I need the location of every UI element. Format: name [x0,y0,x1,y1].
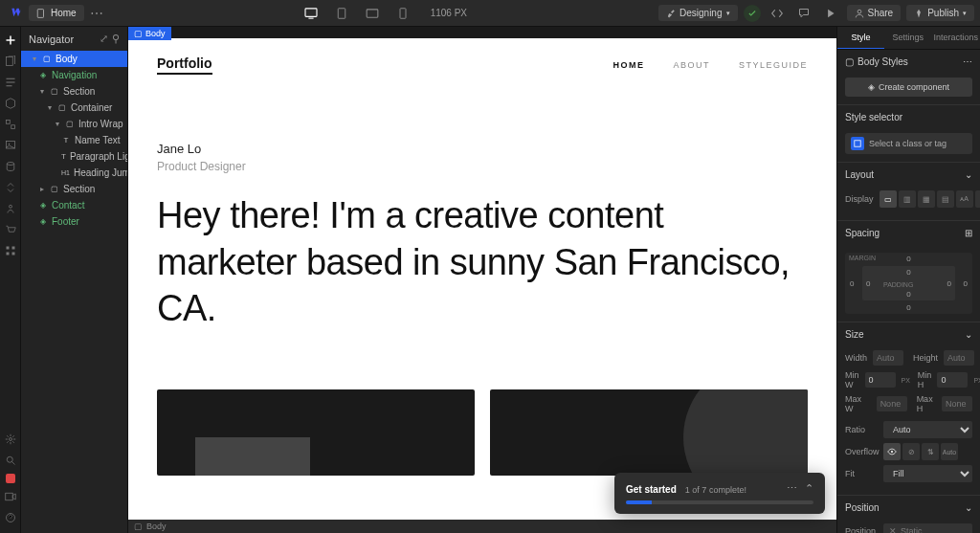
svg-point-23 [891,451,893,453]
tree-contact[interactable]: ◈Contact [21,197,127,213]
tree-heading-jumbo[interactable]: H1Heading Jumbo [21,165,127,181]
chevron-down-icon[interactable]: ⌄ [965,329,972,340]
help-tool[interactable] [3,510,18,525]
apps-tool[interactable] [3,243,18,258]
svg-point-13 [9,205,11,208]
popup-collapse[interactable]: ⌃ [805,482,813,495]
display-block[interactable]: ▭ [880,190,897,208]
nav-tool[interactable] [3,75,18,90]
overflow-auto[interactable]: Auto [941,443,958,460]
tab-settings[interactable]: Settings [884,27,931,49]
share-button[interactable]: Share [847,5,902,21]
audit-tool[interactable] [6,474,15,483]
ratio-select[interactable]: Auto [883,421,972,438]
ecommerce-tool[interactable] [3,222,18,237]
chevron-down-icon[interactable]: ⌄ [965,169,972,180]
video-tool[interactable] [3,489,18,504]
nav-about[interactable]: ABOUT [673,60,710,70]
collapse-icon[interactable]: ⤢ [100,33,108,45]
tree-navigation[interactable]: ◈Navigation [21,67,127,83]
maxh-input[interactable] [942,396,972,411]
spacing-editor[interactable]: MARGIN 0 0 0 0 PADDING 0 0 0 0 [845,253,972,314]
svg-rect-15 [11,247,14,250]
hero-heading[interactable]: Hey there! I'm a creative content market… [157,192,808,332]
assets-tool[interactable] [3,138,18,153]
preview-icon[interactable] [820,3,841,24]
display-none[interactable]: ⊘ [975,190,980,208]
canvas[interactable]: ▢Body Portfolio HOME ABOUT STYLEGUIDE Ja… [128,27,836,533]
card-1[interactable] [157,389,475,476]
tree-section[interactable]: ▾▢Section [21,83,127,100]
designing-mode[interactable]: Designing ▾ [658,5,737,21]
tree-container[interactable]: ▾▢Container [21,100,127,116]
more-menu[interactable]: ⋯ [84,6,109,21]
tree-footer[interactable]: ◈Footer [21,213,127,230]
hero-role[interactable]: Product Designer [157,160,808,173]
canvas-width-label[interactable]: 1106 PX [431,8,467,18]
minw-input[interactable] [865,372,896,388]
site-brand[interactable]: Portfolio [157,56,212,75]
overflow-visible[interactable] [883,443,901,460]
tree-body[interactable]: ▾▢Body [21,51,127,67]
display-grid[interactable]: ▦ [918,190,935,208]
tab-style[interactable]: Style [837,27,884,49]
pages-tool[interactable] [3,54,18,69]
display-flex[interactable]: ▥ [899,190,916,208]
settings-tool[interactable] [3,432,18,447]
comment-icon[interactable] [793,3,814,24]
brush-icon [666,9,676,18]
site-nav: Portfolio HOME ABOUT STYLEGUIDE [128,38,836,84]
position-select[interactable]: ✕Static [883,523,972,533]
hero-name[interactable]: Jane Lo [157,142,808,156]
components-tool[interactable] [3,96,18,111]
create-component-button[interactable]: ◈Create component [845,78,972,97]
canvas-breadcrumb[interactable]: ▢Body [128,520,836,533]
device-landscape[interactable] [362,3,383,24]
webflow-logo[interactable] [6,5,23,22]
element-tag[interactable]: ▢Body [128,27,171,40]
minh-input[interactable] [937,372,968,388]
tree-section-2[interactable]: ▸▢Section [21,181,127,197]
popup-more[interactable]: ⋯ [787,482,797,495]
hero-section: Jane Lo Product Designer Hey there! I'm … [128,84,836,332]
tree-paragraph-light[interactable]: TParagraph Light [21,148,127,165]
fit-select[interactable]: Fill [883,465,972,482]
tab-interactions[interactable]: Interactions [931,27,980,49]
spacing-settings-icon[interactable]: ⊞ [965,228,972,238]
overflow-hidden[interactable]: ⊘ [902,443,920,460]
cms-tool[interactable] [3,159,18,174]
pin-icon[interactable]: ⚲ [112,33,120,45]
device-mobile[interactable] [392,3,413,24]
tree-intro-wrap[interactable]: ▾▢Intro Wrap [21,116,127,132]
display-inline[interactable]: ᴀA [956,190,973,208]
code-icon[interactable] [767,3,788,24]
users-tool[interactable] [3,180,18,195]
more-icon[interactable]: ⋯ [963,56,972,67]
class-selector[interactable]: Select a class or tag [845,133,972,154]
style-selector-label: Style selector [845,112,902,122]
check-icon[interactable] [744,5,761,22]
nav-styleguide[interactable]: STYLEGUIDE [739,60,808,70]
svg-rect-20 [5,493,12,500]
chevron-down-icon[interactable]: ⌄ [965,502,972,513]
popup-subtitle: 1 of 7 complete! [685,485,746,495]
display-label: Display [845,194,874,204]
variables-tool[interactable] [3,117,18,132]
page-selector[interactable]: Home [29,5,84,21]
add-tool[interactable] [3,33,18,48]
display-inline-block[interactable]: ▤ [937,190,954,208]
publish-button[interactable]: Publish ▾ [906,5,974,21]
card-2[interactable] [490,389,808,476]
width-input[interactable] [873,350,903,366]
person-tool[interactable] [3,201,18,216]
height-input[interactable] [944,350,974,366]
find-tool[interactable] [3,453,18,468]
nav-home[interactable]: HOME [612,60,644,70]
device-tablet[interactable] [331,3,352,24]
maxw-input[interactable] [877,396,907,411]
svg-rect-17 [11,253,14,255]
svg-rect-7 [6,57,12,66]
overflow-scroll[interactable]: ⇅ [922,443,939,460]
tree-name-text[interactable]: TName Text [21,132,127,148]
device-desktop[interactable] [301,3,322,24]
